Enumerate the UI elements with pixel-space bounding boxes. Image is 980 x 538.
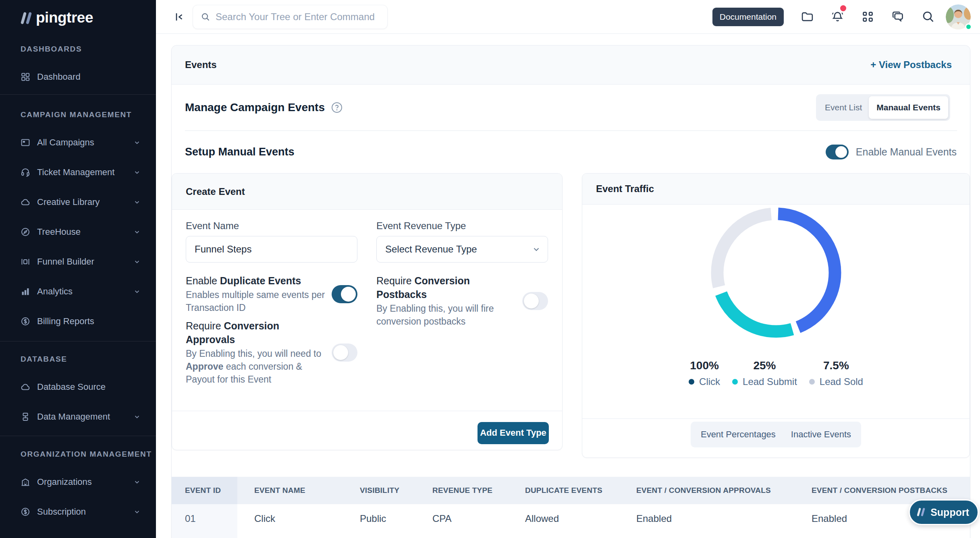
dollar-circle-icon <box>21 507 30 517</box>
sidebar-item-label: Dashboard <box>37 72 81 82</box>
chevron-down-icon <box>134 169 140 176</box>
duplicate-events-title: Enable Duplicate Events <box>186 274 328 288</box>
conversion-postbacks-description: By Enabling this, you will fireconversio… <box>376 302 518 328</box>
sidebar-item-label: TreeHouse <box>37 227 81 237</box>
sidebar-item-label: Creative Library <box>37 197 100 207</box>
conversion-postbacks-toggle-row: Require ConversionPostbacks By Enabling … <box>376 274 548 328</box>
enable-manual-events-label: Enable Manual Events <box>856 146 957 158</box>
user-avatar[interactable] <box>946 4 971 29</box>
topbar: Documentation <box>156 0 980 34</box>
event-traffic-footer: Event Percentages Inactive Events <box>582 418 970 457</box>
sidebar-section-dashboards: DASHBOARDS <box>0 45 156 54</box>
sidebar-item-organizations[interactable]: Organizations <box>0 467 156 497</box>
legend-label: Lead Sold <box>820 376 863 387</box>
search-input[interactable] <box>216 11 379 23</box>
sidebar-item-label: Subscription <box>37 507 86 517</box>
stat-click: 100% Click <box>689 359 720 387</box>
enable-manual-events-toggle[interactable] <box>826 145 849 159</box>
bar-chart-icon <box>21 287 30 296</box>
support-button[interactable]: Support <box>909 499 979 525</box>
conversion-postbacks-toggle[interactable] <box>522 292 548 310</box>
events-card: Events + View Postbacks Manage Campaign … <box>171 45 970 538</box>
manage-campaign-events-row: Manage Campaign Events Event List Manaua… <box>172 85 970 130</box>
add-event-type-button[interactable]: Add Event Type <box>478 422 549 444</box>
event-traffic-stats: 100% Click 25% <box>689 359 863 387</box>
search-button[interactable] <box>922 10 935 23</box>
traffic-footer-buttons: Event Percentages Inactive Events <box>691 422 861 447</box>
column-header-revenue-type[interactable]: REVENUE TYPE <box>415 477 508 504</box>
chevron-down-icon <box>134 199 140 205</box>
help-icon[interactable] <box>331 102 343 113</box>
column-header-approvals[interactable]: EVENT / CONVERSION APPROVALS <box>619 477 795 504</box>
duplicate-events-toggle[interactable] <box>332 285 357 303</box>
column-header-duplicate-events[interactable]: DUPLICATE EVENTS <box>508 477 619 504</box>
sidebar-divider <box>0 436 156 436</box>
view-postbacks-link[interactable]: + View Postbacks <box>870 59 952 70</box>
chevron-down-icon <box>532 245 540 253</box>
topbar-actions: Documentation <box>712 4 971 29</box>
column-header-event-name[interactable]: EVENT NAME <box>237 477 343 504</box>
page-content: Events + View Postbacks Manage Campaign … <box>156 34 980 538</box>
conversion-approvals-toggle[interactable] <box>332 343 357 362</box>
cloud-icon <box>21 197 30 207</box>
cell-event-name: Click <box>237 504 343 538</box>
event-traffic-body: 100% Click 25% <box>582 205 970 418</box>
sidebar-item-treehouse[interactable]: TreeHouse <box>0 217 156 247</box>
column-header-visibility[interactable]: VISIBILITY <box>343 477 415 504</box>
chevron-down-icon <box>134 229 140 235</box>
collapse-sidebar-icon[interactable] <box>174 12 185 22</box>
sidebar-item-funnel-builder[interactable]: Funnel Builder <box>0 247 156 277</box>
sidebar-item-billing-reports[interactable]: Billing Reports <box>0 306 156 336</box>
cell-event-id: 01 <box>172 504 237 538</box>
support-label: Support <box>930 507 969 518</box>
revenue-type-select[interactable]: Select Revenue Type <box>376 236 548 263</box>
sidebar-item-label: Funnel Builder <box>37 257 94 267</box>
chevron-down-icon <box>134 479 140 485</box>
sidebar-item-database-source[interactable]: Database Source <box>0 372 156 402</box>
sidebar-item-label: Organizations <box>37 477 92 487</box>
event-name-input[interactable] <box>186 236 357 263</box>
table-row[interactable]: 01 Click Public CPA Allowed Enabled Enab… <box>172 504 970 538</box>
create-event-body: Event Name Enable Duplicate Events Enabl… <box>172 210 562 411</box>
sidebar-item-data-management[interactable]: Data Management <box>0 402 156 432</box>
sidebar-item-creative-library[interactable]: Creative Library <box>0 187 156 217</box>
sidebar-item-label: All Campaigns <box>37 137 94 148</box>
create-event-footer: Add Event Type <box>172 411 562 450</box>
cell-revenue-type: CPA <box>415 504 508 538</box>
notifications-button[interactable] <box>831 10 844 23</box>
compass-icon <box>21 227 30 237</box>
sidebar-item-subscription[interactable]: Subscription <box>0 497 156 527</box>
create-event-header: Create Event <box>172 174 562 210</box>
sidebar-divider <box>0 94 156 95</box>
column-header-event-id[interactable]: EVENT ID <box>172 477 237 504</box>
sidebar-item-ticket-management[interactable]: Ticket Management <box>0 157 156 187</box>
event-traffic-panel: Event Traffic 100% Click <box>582 173 970 458</box>
legend-label: Click <box>699 376 720 387</box>
tab-manual-events[interactable]: Manaual Events <box>869 96 948 119</box>
events-table-header: EVENT ID EVENT NAME VISIBILITY REVENUE T… <box>172 477 970 504</box>
event-percentages-button[interactable]: Event Percentages <box>693 429 783 440</box>
events-table: EVENT ID EVENT NAME VISIBILITY REVENUE T… <box>172 477 970 538</box>
dashboard-icon <box>21 72 30 82</box>
logo[interactable]: pingtree <box>0 0 156 26</box>
documentation-button[interactable]: Documentation <box>712 8 784 26</box>
sidebar-item-label: Database Source <box>37 382 106 392</box>
stat-lead-submit: 25% Lead Submit <box>732 359 797 387</box>
folder-button[interactable] <box>801 10 814 23</box>
chevron-down-icon <box>134 259 140 265</box>
global-search <box>193 5 388 29</box>
events-card-header: Events + View Postbacks <box>172 46 970 85</box>
apps-button[interactable] <box>861 10 874 23</box>
sidebar-item-dashboard[interactable]: Dashboard <box>0 62 156 92</box>
sidebar: pingtree DASHBOARDS Dashboard CAMPAIGN M… <box>0 0 156 538</box>
chevron-down-icon <box>134 509 140 515</box>
legend-dot-lead-submit <box>732 379 738 385</box>
main-area: Documentation <box>156 0 980 538</box>
tab-event-list[interactable]: Event List <box>818 96 869 119</box>
sidebar-item-all-campaigns[interactable]: All Campaigns <box>0 128 156 157</box>
conversion-approvals-title: Require ConversionApprovals <box>186 319 328 346</box>
sidebar-item-analytics[interactable]: Analytics <box>0 277 156 306</box>
messages-button[interactable] <box>891 10 905 23</box>
inactive-events-button[interactable]: Inactive Events <box>783 429 859 440</box>
notification-dot <box>840 5 846 11</box>
